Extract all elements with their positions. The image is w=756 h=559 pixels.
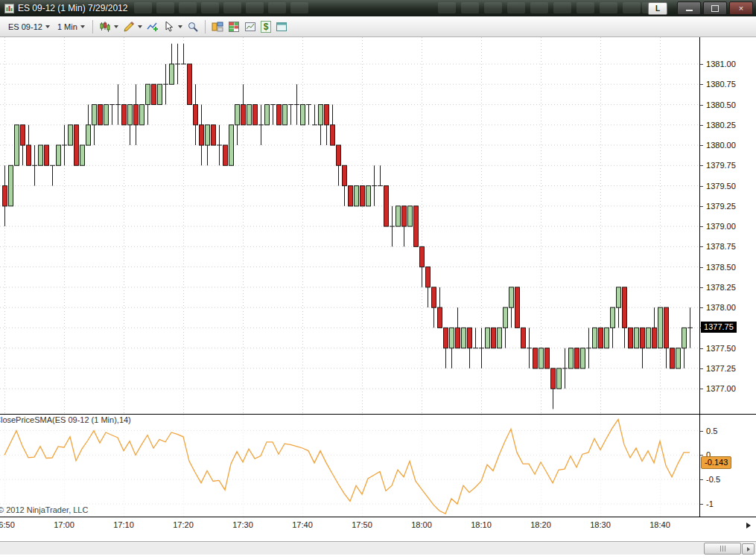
- axis-tick-mark: [700, 105, 703, 106]
- close-button[interactable]: ×: [729, 1, 753, 15]
- grid-cells-icon: [228, 21, 240, 33]
- dollar-icon: $: [261, 21, 272, 33]
- time-tick-label: 18:10: [471, 520, 492, 529]
- chevron-down-icon: [114, 25, 118, 28]
- time-tick-label: 18:00: [411, 520, 432, 529]
- chart-style-button[interactable]: [98, 19, 120, 35]
- price-tick-label: 1378.75: [706, 242, 736, 251]
- price-tick-label: 1379.75: [706, 161, 736, 170]
- ghost-icon: [600, 2, 617, 13]
- add-indicator-button[interactable]: [145, 19, 160, 35]
- ghost-icon: [290, 2, 308, 13]
- candlestick-series: [3, 44, 693, 409]
- time-tick-label: 18:20: [530, 520, 551, 529]
- candlestick-style-icon: [99, 21, 111, 33]
- ghost-icon: [246, 2, 264, 13]
- axis-tick-mark: [700, 84, 703, 85]
- indicator-panel[interactable]: ClosePriceSMA(ES 09-12 (1 Min),14) © 201…: [0, 415, 699, 517]
- time-tick-label: 17:50: [352, 520, 372, 529]
- time-tick-label: 17:10: [113, 520, 134, 529]
- axis-tick-mark: [700, 125, 703, 126]
- maximize-button[interactable]: [703, 1, 727, 15]
- price-tick-label: 1380.75: [706, 80, 736, 89]
- ghost-icon: [461, 2, 479, 13]
- indicator-tick-label: -0.5: [706, 475, 720, 484]
- window-controls: L ×: [648, 1, 753, 15]
- time-axis-arrow-icon[interactable]: [746, 523, 751, 528]
- market-analyzer-button[interactable]: [226, 19, 241, 35]
- ghost-icon: [530, 2, 548, 13]
- ghost-icon: [134, 2, 152, 13]
- cursor-arrow-icon: [163, 21, 175, 33]
- chevron-down-icon: [80, 25, 85, 28]
- ghost-icon: [576, 2, 594, 13]
- sma-indicator-chart[interactable]: [0, 415, 699, 517]
- chart-snapshot-button[interactable]: [243, 19, 258, 35]
- zoom-button[interactable]: [185, 19, 200, 35]
- ghost-icon: [179, 2, 197, 13]
- instrument-selector[interactable]: ES 09-12: [4, 21, 54, 33]
- axis-tick-mark: [700, 504, 703, 505]
- ghost-icon: [223, 2, 241, 13]
- pencil-icon: [123, 21, 135, 33]
- price-tick-label: 1379.50: [706, 182, 736, 191]
- price-tick-label: 1377.00: [706, 384, 736, 393]
- price-tick-label: 1380.50: [706, 100, 736, 109]
- axis-tick-mark: [700, 226, 703, 227]
- axis-tick-mark: [700, 206, 703, 207]
- ghost-icon: [201, 2, 219, 13]
- price-panel[interactable]: [0, 37, 699, 414]
- maximize-icon: [711, 5, 719, 12]
- candlestick-chart[interactable]: [0, 37, 699, 414]
- ghost-icon: [268, 2, 286, 13]
- horizontal-scrollbar[interactable]: [0, 541, 756, 555]
- time-axis[interactable]: 16:5017:0017:1017:2017:3017:4017:5018:00…: [0, 517, 756, 533]
- ghost-icon: [156, 2, 174, 13]
- indicator-plus-icon: [147, 21, 159, 33]
- chart-toolbar: ES 09-12 1 Min: [0, 16, 756, 37]
- chevron-down-icon: [138, 25, 142, 28]
- ghost-icon: [507, 2, 525, 13]
- price-grid: [0, 37, 699, 414]
- drawing-tools-button[interactable]: [121, 19, 144, 35]
- magnifier-icon: [187, 21, 199, 33]
- minimize-icon: [686, 10, 693, 11]
- data-box-icon: [212, 21, 223, 33]
- price-tick-label: 1379.25: [706, 202, 736, 211]
- ghost-icon: [553, 2, 571, 13]
- window-title: ES 09-12 (1 Min) 7/29/2012: [18, 3, 127, 13]
- axis-tick-mark: [700, 145, 703, 146]
- interval-selector[interactable]: 1 Min: [54, 21, 89, 33]
- axis-tick-mark: [700, 165, 703, 166]
- axis-tick-mark: [700, 267, 703, 268]
- title-bar[interactable]: ES 09-12 (1 Min) 7/29/2012 L ×: [0, 0, 756, 16]
- lock-button[interactable]: L: [648, 2, 667, 15]
- scrollbar-right-arrow[interactable]: [742, 543, 755, 555]
- time-tick-label: 18:40: [649, 520, 670, 529]
- axis-tick-mark: [700, 368, 703, 369]
- properties-button[interactable]: [274, 19, 289, 35]
- price-axis[interactable]: 1377.75 1381.001380.751380.501380.251380…: [699, 37, 756, 414]
- account-dollar-button[interactable]: $: [259, 19, 273, 35]
- copyright-text: © 2012 NinjaTrader, LLC: [0, 505, 88, 514]
- instrument-label: ES 09-12: [8, 22, 42, 31]
- axis-tick-mark: [700, 479, 703, 480]
- indicator-label: ClosePriceSMA(ES 09-12 (1 Min),14): [0, 415, 131, 424]
- ghost-icon: [438, 2, 456, 13]
- axis-tick-mark: [700, 186, 703, 187]
- axis-tick-mark: [700, 246, 703, 247]
- cursor-mode-button[interactable]: [162, 19, 184, 35]
- indicator-axis[interactable]: -0.143 0.50-0.5-1: [699, 415, 756, 517]
- time-tick-label: 17:30: [232, 520, 253, 529]
- time-tick-label: 17:20: [173, 520, 194, 529]
- price-tick-label: 1378.25: [706, 283, 736, 292]
- price-tick-label: 1378.50: [706, 263, 736, 272]
- axis-tick-mark: [700, 455, 703, 456]
- price-tick-label: 1379.00: [706, 222, 736, 231]
- price-tick-label: 1381.00: [706, 60, 736, 68]
- minimize-button[interactable]: [677, 1, 701, 15]
- axis-tick-mark: [700, 64, 703, 65]
- data-box-button[interactable]: [210, 19, 225, 35]
- scrollbar-thumb[interactable]: [704, 543, 741, 555]
- price-tick-label: 1377.50: [706, 344, 736, 353]
